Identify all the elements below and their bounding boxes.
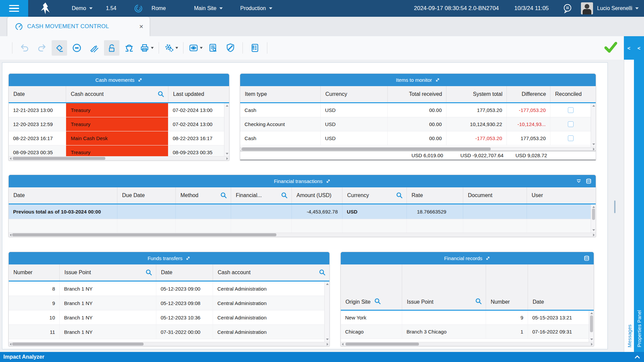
table-row[interactable]: 12-21-2023 13:00 Treasury 07-02-2024 13:… xyxy=(9,103,224,117)
scrollbar-thumb[interactable] xyxy=(12,233,276,236)
column-header-origin-site[interactable]: Origin Site xyxy=(341,264,402,310)
table-row[interactable]: 08-09-2023 00:35 Treasury 08-09-2023 00:… xyxy=(9,145,224,156)
scrollbar-thumb[interactable] xyxy=(13,157,105,160)
avatar[interactable] xyxy=(581,2,593,14)
column-header-issue-point[interactable]: Issue Point xyxy=(402,264,486,310)
horizontal-scrollbar[interactable] xyxy=(9,342,329,346)
reconciled-checkbox[interactable] xyxy=(568,107,574,113)
horizontal-scrollbar[interactable] xyxy=(9,156,229,160)
column-header-total-received[interactable]: Total received xyxy=(388,86,446,102)
expand-up-button[interactable] xyxy=(635,355,640,359)
vertical-scrollbar[interactable] xyxy=(591,204,596,233)
column-header-financial[interactable]: Financial... xyxy=(231,187,292,203)
task-list-button[interactable] xyxy=(247,40,263,56)
table-row[interactable]: Cash USD 00.00 177,053.20 -177,053.20 xyxy=(240,103,591,117)
settings-button[interactable] xyxy=(163,40,179,56)
search-icon[interactable] xyxy=(145,269,153,276)
column-header-rate[interactable]: Rate xyxy=(407,187,463,203)
column-header-cash-account[interactable]: Cash account xyxy=(66,86,168,102)
filter-collapse-icon[interactable] xyxy=(576,179,582,184)
expand-icon[interactable] xyxy=(435,77,440,82)
remove-button[interactable] xyxy=(69,40,85,56)
site-dropdown[interactable]: Main Site xyxy=(194,5,223,11)
search-icon[interactable] xyxy=(374,298,381,305)
column-header-date[interactable]: Date xyxy=(9,187,117,203)
column-header-currency[interactable]: Currency xyxy=(342,187,407,203)
table-row[interactable]: 08-22-2023 16:17 Main Cash Desk 08-22-20… xyxy=(9,131,224,145)
vertical-scrollbar[interactable] xyxy=(224,103,229,156)
properties-tab-label[interactable]: Properties Panel xyxy=(636,310,642,347)
column-header-document[interactable]: Document xyxy=(463,187,527,203)
messages-tab-label[interactable]: Messages xyxy=(626,324,632,347)
preview-button[interactable] xyxy=(188,40,203,56)
table-row[interactable]: Cash USD 00.00 -177,053.20 177,053.20 xyxy=(240,131,591,145)
scrollbar-thumb[interactable] xyxy=(242,147,491,150)
menu-button[interactable] xyxy=(0,0,28,17)
table-row[interactable]: 10 Branch 1 NY 05-12-2023 10:36 Central … xyxy=(9,310,324,325)
column-header-system-total[interactable]: System total xyxy=(446,86,507,102)
column-header-number[interactable]: Number xyxy=(9,264,60,281)
column-header-currency[interactable]: Currency xyxy=(321,86,388,102)
expand-icon[interactable] xyxy=(138,77,143,82)
expand-icon[interactable] xyxy=(326,179,331,184)
search-icon[interactable] xyxy=(475,298,482,305)
column-header-reconciled[interactable]: Reconciled xyxy=(550,86,596,102)
table-row[interactable]: 12-20-2023 12:59 Treasury 07-02-2024 13:… xyxy=(9,117,224,131)
search-icon[interactable] xyxy=(319,269,326,276)
expand-icon[interactable] xyxy=(185,256,191,261)
table-row[interactable]: 8 Branch 1 NY 05-12-2023 09:00 Central A… xyxy=(9,282,324,296)
column-header-cash-account[interactable]: Cash account xyxy=(213,264,329,281)
table-row[interactable]: 11 Branch 1 NY 07-31-2022 00:00 Central … xyxy=(9,325,324,339)
scrollbar-thumb[interactable] xyxy=(592,208,595,220)
properties-panel-tab[interactable]: Properties Panel xyxy=(634,60,644,352)
redo-button[interactable] xyxy=(34,40,50,56)
close-icon[interactable]: ✕ xyxy=(139,23,144,30)
print-button[interactable] xyxy=(139,40,154,56)
horizontal-scrollbar[interactable] xyxy=(341,342,594,346)
column-header-due-date[interactable]: Due Date xyxy=(117,187,176,203)
column-header-number[interactable]: Number xyxy=(486,264,528,310)
horizontal-scrollbar[interactable] xyxy=(9,233,596,237)
table-row-previous-total[interactable]: Previous total as of 10-03-2024 00:00 -4… xyxy=(9,204,591,219)
column-header-user[interactable]: User xyxy=(527,187,596,203)
column-header-item-type[interactable]: Item type xyxy=(240,86,321,102)
table-row[interactable]: Chicago Branch 3 Chicago 1 07-16-2022 09… xyxy=(341,325,589,339)
vertical-scrollbar[interactable] xyxy=(591,103,596,147)
scrollbar-thumb[interactable] xyxy=(12,343,144,346)
environment-dropdown[interactable]: Demo xyxy=(72,5,93,11)
column-header-amount-usd[interactable]: Amount (USD) xyxy=(292,187,342,203)
search-icon[interactable] xyxy=(157,90,165,98)
mode-dropdown[interactable]: Production xyxy=(240,5,272,11)
shield-edit-button[interactable] xyxy=(223,40,238,56)
column-header-issue-point[interactable]: Issue Point xyxy=(60,264,156,281)
column-header-date[interactable]: Date xyxy=(9,86,66,102)
expand-icon[interactable] xyxy=(485,256,490,261)
scrollbar-thumb[interactable] xyxy=(345,343,419,346)
collapse-messages-button[interactable]: < xyxy=(624,36,634,60)
pane-splitter-handle[interactable] xyxy=(614,200,615,213)
table-row-empty[interactable] xyxy=(9,219,591,233)
table-row[interactable]: New York 9 05-15-2023 13:21 xyxy=(341,311,589,325)
tab-cash-movement-control[interactable]: CASH MOVEMENT CONTROL ✕ xyxy=(7,17,150,36)
table-row[interactable]: 9 Branch 1 NY 05-12-2023 09:08 Central A… xyxy=(9,296,324,310)
messages-tab[interactable]: Messages xyxy=(624,60,634,352)
omega-button[interactable] xyxy=(121,40,137,56)
column-header-last-updated[interactable]: Last updated xyxy=(168,86,229,102)
undo-button[interactable] xyxy=(17,40,32,56)
column-header-date[interactable]: Date xyxy=(528,264,594,310)
reconciled-checkbox[interactable] xyxy=(568,135,574,141)
impact-analyzer-bar[interactable]: Impact Analyzer xyxy=(0,352,644,362)
audit-button[interactable] xyxy=(205,40,221,56)
scrollbar-thumb[interactable] xyxy=(590,315,593,332)
reconciled-checkbox[interactable] xyxy=(568,121,574,127)
vertical-scrollbar[interactable] xyxy=(324,282,329,342)
search-icon[interactable] xyxy=(396,192,403,199)
search-icon[interactable] xyxy=(281,192,288,199)
chat-button[interactable] xyxy=(562,3,573,14)
eraser-button[interactable] xyxy=(52,40,67,56)
design-button[interactable] xyxy=(87,40,102,56)
column-header-method[interactable]: Method xyxy=(176,187,231,203)
unlock-button[interactable] xyxy=(104,40,119,56)
database-icon[interactable] xyxy=(586,178,592,184)
confirm-button[interactable] xyxy=(604,40,618,54)
